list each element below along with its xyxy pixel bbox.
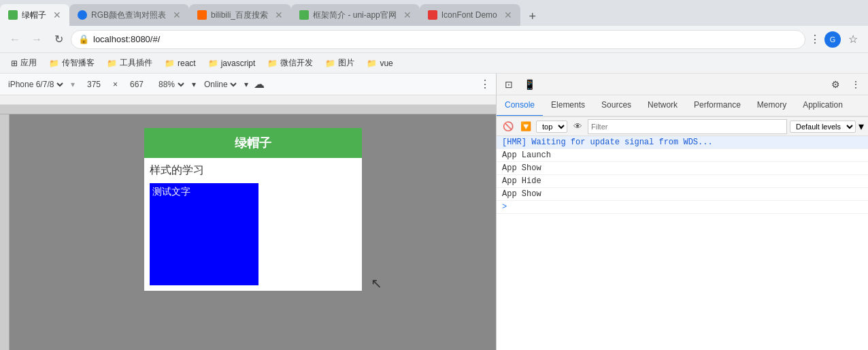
devtools-panel: ⊡ 📱 ⚙ ⋮ Console Elements Sources Network	[496, 74, 868, 350]
tab-favicon-4	[299, 10, 309, 20]
bookmark-czzb[interactable]: 📁 传智播客	[44, 56, 100, 70]
apps-icon: ⊞	[11, 59, 18, 68]
bookmark-react[interactable]: 📁 react	[159, 57, 201, 69]
width-input[interactable]	[80, 80, 107, 89]
inspect-element-button[interactable]: ⊡	[499, 75, 518, 94]
tab-title-1: 绿帽子	[22, 10, 46, 21]
console-toolbar: 🚫 🔽 top 👁 Default levels ▾	[497, 117, 868, 136]
height-input[interactable]	[123, 80, 150, 89]
tab-4[interactable]: 框架简介 - uni-app官网 ✕	[291, 4, 420, 26]
console-line-4: App Show	[497, 188, 868, 201]
top-ruler	[0, 105, 496, 114]
ruler-bar	[0, 95, 496, 105]
folder-icon-7: 📁	[367, 59, 377, 68]
bookmark-js[interactable]: 📁 javascript	[203, 57, 261, 69]
page-canvas: 绿帽子 样式的学习 测试文字 ↖	[0, 105, 496, 350]
tab-application[interactable]: Application	[795, 95, 851, 116]
zoom-select[interactable]: 88%	[156, 79, 186, 90]
reload-button[interactable]: ↻	[49, 30, 68, 49]
console-context-select[interactable]: top	[536, 121, 567, 133]
browser-toolbar: ← → ↻ 🔒 localhost:8080/#/ ⋮ G ☆	[0, 26, 868, 53]
phone-frame: 绿帽子 样式的学习 测试文字	[144, 128, 362, 291]
tab-5[interactable]: IconFont Demo ✕	[420, 4, 520, 26]
dim-x: ×	[113, 80, 118, 89]
tab-favicon-5	[428, 10, 437, 20]
device-mode-button[interactable]: 📱	[520, 75, 539, 94]
profile-button[interactable]: G	[824, 31, 841, 48]
left-ruler	[0, 114, 10, 350]
page-section-title: 样式的学习	[150, 163, 356, 178]
folder-icon-2: 📁	[107, 59, 117, 68]
bookmark-vue[interactable]: 📁 vue	[361, 57, 398, 69]
bookmark-label-tools: 工具插件	[120, 57, 152, 69]
new-tab-button[interactable]: +	[523, 7, 542, 26]
tab-performance[interactable]: Performance	[686, 95, 749, 116]
tab-close-5[interactable]: ✕	[504, 10, 512, 20]
bookmark-apps[interactable]: ⊞ 应用	[5, 56, 42, 70]
tab-close-3[interactable]: ✕	[275, 10, 283, 20]
bookmark-label-vue: vue	[380, 59, 393, 68]
tab-network[interactable]: Network	[639, 95, 686, 116]
console-eye-button[interactable]: 👁	[570, 119, 585, 134]
console-clear-button[interactable]: 🚫	[501, 119, 516, 134]
bookmark-wechat[interactable]: 📁 微信开发	[262, 56, 318, 70]
bookmark-label-images: 图片	[338, 57, 354, 69]
console-line-text-1: App Launch	[502, 150, 551, 160]
tab-2[interactable]: RGB颜色查询对照表 ✕	[69, 4, 189, 26]
tab-close-4[interactable]: ✕	[403, 10, 412, 20]
folder-icon-5: 📁	[267, 59, 278, 68]
console-levels-select[interactable]: Default levels	[790, 121, 856, 133]
device-toolbar: iPhone 6/7/8 ▾ × 88% ▾ Online ▾ ☁ ⋮	[0, 74, 496, 95]
tab-memory[interactable]: Memory	[749, 95, 795, 116]
console-line-text-0: [HMR] Waiting for update signal from WDS…	[502, 138, 713, 147]
bookmark-label-wechat: 微信开发	[280, 57, 313, 69]
bookmark-images[interactable]: 📁 图片	[320, 56, 360, 70]
tab-title-5: IconFont Demo	[441, 10, 497, 20]
bookmark-button[interactable]: ☆	[844, 30, 863, 49]
page-header-text: 绿帽子	[235, 135, 271, 151]
console-line-expand[interactable]: >	[497, 201, 868, 214]
tab-favicon-2	[78, 10, 87, 20]
settings-button[interactable]: ⚙	[826, 75, 845, 94]
levels-dropdown-icon: ▾	[858, 120, 864, 133]
folder-icon-6: 📁	[325, 59, 335, 68]
network-select[interactable]: Online	[201, 79, 239, 90]
folder-icon-1: 📁	[49, 59, 59, 68]
tab-1[interactable]: 绿帽子 ✕	[0, 4, 69, 26]
extensions-button[interactable]: ⋮	[809, 33, 820, 46]
console-line-3: App Hide	[497, 175, 868, 188]
bookmark-label-czzb: 传智播客	[62, 57, 95, 69]
expand-icon[interactable]: >	[502, 202, 507, 212]
forward-button[interactable]: →	[27, 30, 46, 49]
bookmark-tools[interactable]: 📁 工具插件	[101, 56, 158, 70]
zoom-dropdown-icon: ▾	[192, 80, 196, 89]
bookmark-label-react: react	[178, 59, 196, 68]
tab-sources[interactable]: Sources	[593, 95, 639, 116]
more-options-icon[interactable]: ⋮	[480, 78, 490, 91]
tab-elements[interactable]: Elements	[543, 95, 593, 116]
address-bar[interactable]: 🔒 localhost:8080/#/	[71, 30, 805, 49]
tab-favicon-3	[197, 10, 207, 20]
tab-bar: 绿帽子 ✕ RGB颜色查询对照表 ✕ bilibili_百度搜索 ✕ 框架简介 …	[0, 0, 868, 26]
viewport: iPhone 6/7/8 ▾ × 88% ▾ Online ▾ ☁ ⋮	[0, 74, 496, 350]
console-line-1: App Launch	[497, 149, 868, 162]
tab-title-2: RGB颜色查询对照表	[91, 10, 166, 21]
console-line-2: App Show	[497, 162, 868, 175]
folder-icon-4: 📁	[208, 59, 218, 68]
tab-3[interactable]: bilibili_百度搜索 ✕	[189, 4, 291, 26]
console-line-text-2: App Show	[502, 163, 541, 173]
tab-close-2[interactable]: ✕	[173, 10, 181, 20]
tab-favicon-1	[8, 10, 18, 20]
throttle-icon: ☁	[254, 78, 265, 91]
dim-separator-1: ▾	[71, 80, 75, 89]
console-filter-input[interactable]	[588, 119, 787, 134]
device-select[interactable]: iPhone 6/7/8	[5, 79, 65, 90]
bookmarks-bar: ⊞ 应用 📁 传智播客 📁 工具插件 📁 react 📁 javascript …	[0, 53, 868, 74]
back-button[interactable]: ←	[5, 30, 24, 49]
bookmark-label-apps: 应用	[20, 57, 37, 69]
tab-close-1[interactable]: ✕	[53, 10, 61, 20]
tab-title-3: bilibili_百度搜索	[211, 10, 268, 21]
tab-console[interactable]: Console	[497, 95, 543, 116]
more-devtools-button[interactable]: ⋮	[846, 75, 865, 94]
console-filter-button[interactable]: 🔽	[518, 119, 533, 134]
